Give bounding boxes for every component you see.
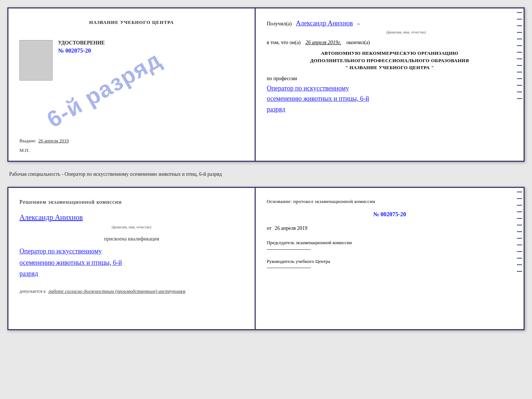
edge-decoration (517, 12, 522, 99)
bottom-edge-decoration (517, 192, 522, 272)
chairman-signature-line (267, 249, 311, 250)
vydano-label: Выдано (19, 138, 35, 143)
chairman-label: Председатель экзаменационной комиссии (267, 238, 513, 247)
qual-line2: осеменению животных и птицы, 6-й (19, 259, 122, 266)
top-doc-right: Получил(а) Александр Анихнов – (фамилия,… (256, 8, 524, 161)
edge-line (517, 25, 522, 26)
bottom-edge-line (517, 225, 522, 225)
edge-line (517, 58, 522, 59)
ot-date-val: 26 апреля 2019 (274, 225, 307, 231)
recipient-name: Александр Анихнов (296, 19, 353, 27)
edge-line (517, 19, 522, 19)
komissia-title: Решением экзаменационной комиссии (19, 197, 244, 207)
qualification-block: Оператор по искусственному осеменению жи… (19, 246, 244, 279)
vtom-line: в том, что он(а) 26 апреля 2019г. окончи… (267, 38, 513, 47)
bottom-edge-line (517, 231, 522, 232)
bottom-document: Решением экзаменационной комиссии Алекса… (7, 187, 525, 330)
bottom-fio-label: (фамилия, имя, отчество) (19, 224, 244, 231)
prof-line1: Оператор по искусственному (267, 85, 349, 92)
edge-line (517, 78, 522, 79)
bottom-edge-line (517, 198, 522, 199)
bottom-edge-line (517, 264, 522, 265)
vtom-prefix: в том, что он(а) (267, 40, 301, 45)
chairman-block: Председатель экзаменационной комиссии (267, 238, 513, 249)
cert-title: УДОСТОВЕРЕНИЕ (58, 40, 105, 46)
edge-line (517, 92, 522, 92)
bottom-edge-line (517, 271, 522, 272)
qual-line1: Оператор по искусственному (19, 247, 102, 255)
protocol-number: № 002075-20 (267, 209, 513, 220)
qual-line3: разряд (19, 270, 38, 277)
mp-line: М.П. (19, 147, 244, 153)
org-line3: " НАЗВАНИЕ УЧЕБНОГО ЦЕНТРА " (267, 64, 513, 71)
top-doc-left: НАЗВАНИЕ УЧЕБНОГО ЦЕНТРА 6-й разряд УДОС… (8, 8, 256, 161)
org-line2: ДОПОЛНИТЕЛЬНОГО ПРОФЕССИОНАЛЬНОГО ОБРАЗО… (267, 57, 513, 64)
org-line1: АВТОНОМНУЮ НЕКОММЕРЧЕСКУЮ ОРГАНИЗАЦИЮ (267, 50, 513, 57)
edge-line (517, 85, 522, 86)
edge-line (517, 65, 522, 66)
poluchil-prefix: Получил(а) (267, 21, 292, 26)
edge-line (517, 12, 522, 13)
bottom-doc-left: Решением экзаменационной комиссии Алекса… (8, 188, 256, 329)
vtom-date: 26 апреля 2019г. (306, 40, 341, 45)
dash1: – (357, 20, 360, 26)
middle-text: Рабочая специальность - Оператор по иску… (7, 168, 525, 180)
edge-line (517, 72, 522, 72)
vydano-line: Выдано 26 апреля 2019 (19, 138, 244, 144)
osnovanie-text: Основание: протокол экзаменационной коми… (267, 197, 513, 206)
top-center-title: НАЗВАНИЕ УЧЕБНОГО ЦЕНТРА (89, 19, 174, 25)
prisvoyena-label: присвоена квалификация (19, 234, 244, 243)
professiya-block: по профессии Оператор по искусственному … (267, 74, 513, 115)
fio-label: (фамилия, имя, отчество) (300, 29, 513, 35)
rukovoditel-signature-line (267, 268, 311, 268)
bottom-edge-line (517, 218, 522, 219)
ot-date: от 26 апреля 2019 (267, 224, 513, 233)
udostoverenie-block: УДОСТОВЕРЕНИЕ № 002075-20 (19, 40, 244, 81)
prof-line2: осеменению животных и птицы, 6-й (267, 95, 369, 102)
bottom-edge-line (517, 211, 522, 212)
org-block: АВТОНОМНУЮ НЕКОММЕРЧЕСКУЮ ОРГАНИЗАЦИЮ ДО… (267, 50, 513, 71)
prof-name: Оператор по искусственному осеменению жи… (267, 83, 513, 115)
rukovoditel-label: Руководитель учебного Центра (267, 257, 513, 266)
dopuskaetsya-prefix: допускается к (19, 289, 46, 294)
rukovoditel-block: Руководитель учебного Центра (267, 257, 513, 268)
edge-line (517, 39, 522, 39)
edge-line (517, 45, 522, 46)
bottom-edge-line (517, 251, 522, 252)
bottom-edge-line (517, 205, 522, 206)
page-container: НАЗВАНИЕ УЧЕБНОГО ЦЕНТРА 6-й разряд УДОС… (7, 7, 525, 330)
bottom-name: Александр Анихнов (19, 211, 244, 224)
edge-line (517, 52, 522, 53)
bottom-edge-line (517, 192, 522, 192)
ot-prefix: от (267, 225, 272, 231)
bottom-doc-right: Основание: протокол экзаменационной коми… (256, 188, 524, 329)
top-document: НАЗВАНИЕ УЧЕБНОГО ЦЕНТРА 6-й разряд УДОС… (7, 7, 525, 162)
name-block: Александр Анихнов (фамилия, имя, отчеств… (19, 211, 244, 231)
dopuskaetsya-val: работе согласно должностным (производств… (48, 288, 185, 294)
photo-placeholder (19, 40, 53, 81)
vydano-date: 26 апреля 2019 (39, 138, 69, 143)
poluchil-line: Получил(а) Александр Анихнов – (фамилия,… (267, 18, 513, 35)
okonchil: окончил(а) (346, 40, 370, 45)
cert-number: № 002075-20 (58, 47, 105, 54)
cert-info: УДОСТОВЕРЕНИЕ № 002075-20 (58, 40, 105, 54)
dopuskaetsya-block: допускается к работе согласно должностны… (19, 287, 244, 296)
edge-line (517, 32, 522, 33)
po-professii: по профессии (267, 74, 513, 83)
bottom-edge-line (517, 258, 522, 259)
bottom-edge-line (517, 245, 522, 245)
prof-line3: разряд (267, 106, 285, 113)
bottom-edge-line (517, 238, 522, 239)
edge-line (517, 98, 522, 99)
